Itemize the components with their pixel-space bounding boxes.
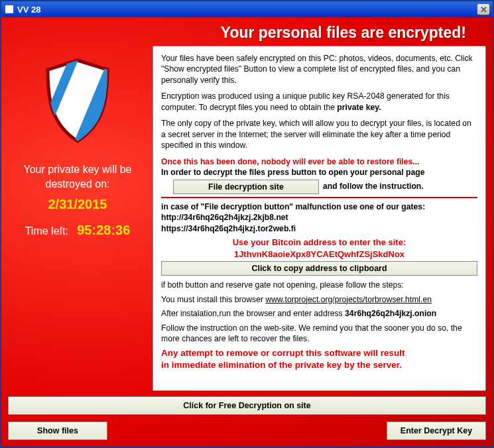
tor-link[interactable]: www.torproject.org/projects/torbrowser.h… bbox=[265, 295, 432, 304]
install-prefix: You must install this browser bbox=[161, 295, 265, 304]
para-after-install: After instalation,run the browser and en… bbox=[161, 308, 477, 319]
para-both-fail: if both button and reserve gate not open… bbox=[161, 280, 477, 290]
time-left-label: Time left: bbox=[25, 225, 68, 237]
gates-label: in case of "File decryption button" malf… bbox=[161, 201, 477, 212]
enter-decrypt-key-button[interactable]: Enter Decrypt Key bbox=[387, 421, 486, 440]
titlebar: VV 28 ✕ bbox=[1, 1, 493, 17]
para-warning-restore: Once this has been done, nobody will eve… bbox=[161, 156, 477, 167]
warn-line-2: in immediate elimination of the private … bbox=[161, 359, 477, 371]
bitcoin-label: Use your Bitcoin address to enter the si… bbox=[161, 237, 477, 249]
info-panel: Your files have been safely encrypted on… bbox=[153, 46, 486, 391]
close-button[interactable]: ✕ bbox=[477, 3, 490, 15]
ransom-window: VV 28 ✕ Your personal files are encrypte… bbox=[0, 0, 494, 448]
para-press-button: In order to decrypt the files press butt… bbox=[161, 167, 477, 178]
shield-icon bbox=[8, 58, 147, 144]
body: Your personal files are encrypted! bbox=[1, 17, 493, 447]
onion-address: 34r6hq26q2h4jkzj.onion bbox=[345, 309, 436, 318]
window-title: VV 28 bbox=[17, 5, 40, 15]
page-title: Your personal files are encrypted! bbox=[8, 24, 486, 42]
app-icon bbox=[5, 5, 13, 13]
follow-instruction: and follow the instruction. bbox=[323, 181, 424, 192]
left-column: Your private key will be destroyed on: 2… bbox=[8, 46, 147, 391]
after-install-prefix: After instalation,run the browser and en… bbox=[161, 309, 345, 318]
close-icon: ✕ bbox=[480, 5, 487, 15]
destroy-date: 2/31/2015 bbox=[8, 197, 147, 212]
gate-url-1: http://34r6hq26q2h4jkzj.2kjb8.net bbox=[161, 212, 477, 223]
para-install-browser: You must install this browser www.torpro… bbox=[161, 294, 477, 305]
destroy-label-1: Your private key will be bbox=[8, 164, 147, 176]
time-left-row: Time left: 95:28:36 bbox=[8, 223, 147, 238]
free-decryption-button[interactable]: Click for Free Decryption on site bbox=[8, 396, 486, 415]
copy-address-button[interactable]: Click to copy address to clipboard bbox=[161, 261, 477, 276]
warn-line-1: Any attempt to remove or corrupt this so… bbox=[161, 347, 477, 359]
para-follow: Follow the instruction on the web-site. … bbox=[161, 323, 477, 345]
divider-red bbox=[161, 197, 477, 198]
para-rsa-a: Encryption was produced using a unique p… bbox=[161, 91, 450, 111]
warn-block: Any attempt to remove or corrupt this so… bbox=[161, 347, 477, 371]
file-decryption-button[interactable]: File decryption site bbox=[173, 180, 319, 194]
footer-row: Show files Enter Decrypt Key bbox=[8, 421, 486, 440]
footer: Click for Free Decryption on site Show f… bbox=[8, 396, 486, 440]
para-rsa: Encryption was produced using a unique p… bbox=[161, 91, 477, 113]
para-intro: Your files have been safely encrypted on… bbox=[161, 53, 477, 85]
show-files-button[interactable]: Show files bbox=[8, 421, 107, 440]
para-server: The only copy of the private key, which … bbox=[161, 118, 477, 150]
private-key-bold: private key. bbox=[337, 103, 381, 112]
time-left-value: 95:28:36 bbox=[77, 223, 130, 237]
content-row: Your private key will be destroyed on: 2… bbox=[8, 46, 486, 391]
decryption-row: File decryption site and follow the inst… bbox=[161, 180, 477, 194]
gate-url-2: https://34r6hq26q2h4jkzj.tor2web.fi bbox=[161, 223, 477, 234]
destroy-label-2: destroyed on: bbox=[8, 178, 147, 190]
bitcoin-block: Use your Bitcoin address to enter the si… bbox=[161, 237, 477, 260]
bitcoin-address: 1JthvnK8aoieXpx8YCAEtQwhfZSjSkdNox bbox=[161, 249, 477, 260]
